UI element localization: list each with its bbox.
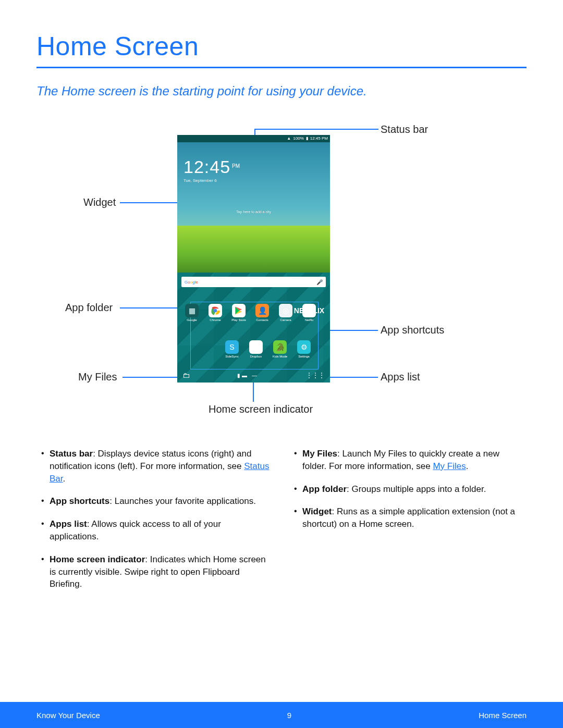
callout-apps-list: Apps list <box>381 371 420 383</box>
play-store-icon <box>232 304 246 317</box>
nav-row: 🗀 ▮▬ — ⋮⋮⋮ <box>177 371 330 379</box>
callout-home-indicator: Home screen indicator <box>209 403 313 415</box>
battery-text: 100% <box>293 137 303 141</box>
google-search-widget[interactable]: Google 🎤 <box>181 277 326 287</box>
google-logo: Google <box>185 280 198 285</box>
settings-icon: ⚙ <box>297 340 311 354</box>
camera-icon: ◎ <box>279 304 292 317</box>
app-label: Camera <box>280 318 291 322</box>
clock: 12:45PM Tue, September 6 <box>183 157 240 183</box>
bullet-term: My Files <box>302 449 337 459</box>
leader-line <box>253 380 254 402</box>
bullets-right: My Files: Launch My Files to quickly cre… <box>292 448 524 601</box>
leader-line <box>123 377 182 378</box>
app-label: Chrome <box>210 318 221 322</box>
contacts-icon: 👤 <box>255 304 269 317</box>
app-label: Google <box>187 318 197 322</box>
bullet-item: Home screen indicator: Indicates which H… <box>39 553 271 590</box>
wifi-icon: ▲ <box>287 137 291 141</box>
footer-page: 9 <box>287 711 291 720</box>
home-screen-indicator[interactable]: ▮▬ — <box>237 373 259 378</box>
leader-line <box>327 377 378 378</box>
app-netflix[interactable]: NETFLIX Netflix <box>299 304 320 322</box>
app-folder-google[interactable]: ▦ Google <box>181 304 202 322</box>
app-settings[interactable]: ⚙ Settings <box>293 340 314 358</box>
clock-ampm: PM <box>232 163 240 169</box>
bullet-item: App folder: Groups multiple apps into a … <box>292 483 524 496</box>
app-chrome[interactable]: Chrome <box>205 304 226 322</box>
callout-widget: Widget <box>83 196 116 208</box>
my-files-icon[interactable]: 🗀 <box>182 371 190 379</box>
bullet-text: : Groups multiple apps into a folder. <box>347 484 486 494</box>
bullet-item: Widget: Runs as a simple application ext… <box>292 505 524 530</box>
grass-bg <box>177 226 330 273</box>
netflix-icon: NETFLIX <box>302 304 316 317</box>
title-rule <box>36 67 527 68</box>
app-label: Play Store <box>231 318 246 322</box>
app-label: Settings <box>298 355 310 358</box>
app-label: Netflix <box>305 318 314 322</box>
clock-time: 12:45 <box>183 157 230 177</box>
bullet-item: My Files: Launch My Files to quickly cre… <box>292 448 524 473</box>
clock-weather-widget[interactable]: 12:45PM Tue, September 6 Tap here to add… <box>177 142 330 273</box>
callout-status-bar: Status bar <box>381 124 428 135</box>
bullet-item: App shortcuts: Launches your favorite ap… <box>39 495 271 508</box>
app-label: Kids Mode <box>273 355 287 358</box>
footer-left: Know Your Device <box>36 711 100 720</box>
callout-my-files: My Files <box>78 371 117 383</box>
dropbox-icon: ⧈ <box>249 340 263 354</box>
leader-line <box>120 202 182 203</box>
callout-app-shortcuts: App shortcuts <box>381 324 444 336</box>
bullet-term: App shortcuts <box>50 496 109 506</box>
bullet-text-after: . <box>466 461 469 471</box>
app-kids-mode[interactable]: 🐊 Kids Mode <box>270 340 290 358</box>
bullet-term: Status bar <box>50 449 93 459</box>
sidesync-icon: S <box>225 340 239 354</box>
kids-mode-icon: 🐊 <box>273 340 287 354</box>
bullet-term: Apps list <box>50 519 87 529</box>
callout-app-folder: App folder <box>65 302 113 314</box>
bullet-text: : Launches your favorite applications. <box>109 496 256 506</box>
apps-list-icon[interactable]: ⋮⋮⋮ <box>306 372 325 379</box>
annotated-diagram: Status bar Widget App folder My Files Ap… <box>36 119 527 432</box>
leader-line <box>120 307 185 309</box>
app-dropbox[interactable]: ⧈ Dropbox <box>246 340 266 358</box>
bullet-text-after: . <box>63 474 66 484</box>
bullet-item: Status bar: Displays device status icons… <box>39 448 271 485</box>
footer-right: Home Screen <box>479 711 527 720</box>
app-label: Contacts <box>256 318 268 322</box>
app-play-store[interactable]: Play Store <box>228 304 249 322</box>
app-row: ▦ Google Chrome Play Store 👤 <box>181 304 327 322</box>
bullet-text: : Runs as a simple application extension… <box>302 507 515 529</box>
app-contacts[interactable]: 👤 Contacts <box>252 304 273 322</box>
chrome-icon <box>209 304 222 317</box>
bullet-term: Widget <box>302 507 332 516</box>
bullet-term: Home screen indicator <box>50 554 145 564</box>
bullet-item: Apps list: Allows quick access to all of… <box>39 518 271 543</box>
app-label: SideSync <box>225 355 238 358</box>
page-footer: Know Your Device 9 Home Screen <box>0 702 563 728</box>
page-title: Home Screen <box>36 31 527 61</box>
inline-link[interactable]: My Files <box>433 461 466 471</box>
bullet-term: App folder <box>302 484 347 494</box>
app-camera[interactable]: ◎ Camera <box>275 304 296 322</box>
app-row: S SideSync ⧈ Dropbox 🐊 Kids Mode ⚙ Setti… <box>222 340 326 358</box>
page-subtitle: The Home screen is the starting point fo… <box>36 84 527 98</box>
tablet-screenshot: ▲ 100% ▮ 12:45 PM 12:45PM Tue, September… <box>177 135 330 382</box>
battery-icon: ▮ <box>306 137 308 141</box>
leader-line <box>254 129 378 130</box>
folder-icon: ▦ <box>185 304 199 317</box>
clock-date: Tue, September 6 <box>183 178 240 183</box>
status-time: 12:45 PM <box>310 137 328 141</box>
status-bar: ▲ 100% ▮ 12:45 PM <box>177 135 330 142</box>
bullets-section: Status bar: Displays device status icons… <box>36 448 527 601</box>
app-label: Dropbox <box>250 355 262 358</box>
weather-hint[interactable]: Tap here to add a city <box>236 210 271 214</box>
app-sidesync[interactable]: S SideSync <box>222 340 242 358</box>
mic-icon[interactable]: 🎤 <box>316 279 323 285</box>
bullets-left: Status bar: Displays device status icons… <box>39 448 271 601</box>
